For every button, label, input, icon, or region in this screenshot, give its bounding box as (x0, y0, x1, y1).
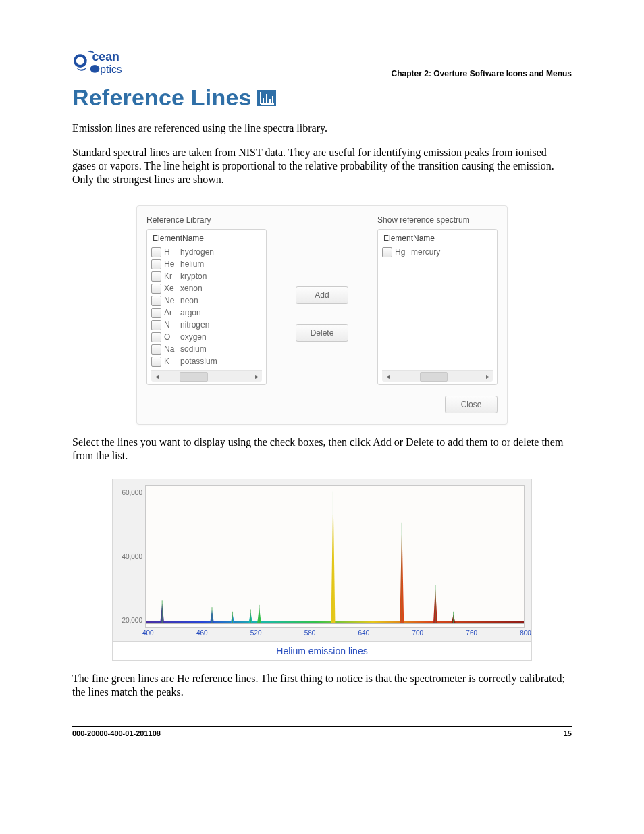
spectrum-listbox: Element Name Hgmercury ◂ ▸ (377, 229, 498, 385)
scroll-left-icon[interactable]: ◂ (382, 371, 393, 381)
element-symbol: Hg (395, 247, 411, 257)
list-item[interactable]: Kpotassium (151, 355, 262, 367)
element-name: potassium (180, 357, 262, 366)
checkbox[interactable] (151, 284, 161, 294)
chapter-label: Chapter 2: Overture Software Icons and M… (392, 69, 572, 78)
svg-text:ptics: ptics (100, 63, 122, 75)
svg-point-1 (90, 65, 100, 73)
plot-area (145, 485, 525, 628)
paragraph: The fine green lines are He reference li… (72, 672, 572, 699)
element-name: neon (180, 296, 262, 305)
list-item[interactable]: Nnitrogen (151, 319, 262, 331)
element-symbol: N (164, 320, 180, 330)
col-name: Name (413, 234, 493, 243)
checkbox[interactable] (151, 357, 161, 367)
y-tick: 20,000 (122, 617, 142, 624)
element-symbol: Xe (164, 284, 180, 293)
list-item[interactable]: Krkrypton (151, 270, 262, 282)
page-title: Reference Lines (72, 84, 252, 111)
element-symbol: Na (164, 344, 180, 354)
checkbox[interactable] (151, 259, 161, 269)
paragraph: Emission lines are referenced using the … (72, 122, 572, 135)
checkbox[interactable] (151, 271, 161, 282)
add-button[interactable]: Add (296, 286, 348, 304)
element-symbol: Kr (164, 271, 180, 281)
checkbox[interactable] (382, 247, 392, 257)
list-item[interactable]: Ooxygen (151, 331, 262, 343)
x-tick: 640 (358, 629, 370, 637)
checkbox[interactable] (151, 308, 161, 318)
col-name: Name (182, 234, 262, 243)
spectrum-title: Show reference spectrum (377, 215, 498, 225)
logo: cean ptics (72, 47, 152, 78)
element-symbol: Ar (164, 308, 180, 317)
divider (72, 726, 572, 727)
list-header: Element Name (382, 234, 493, 246)
x-tick: 520 (250, 629, 262, 637)
checkbox[interactable] (151, 332, 161, 342)
checkbox[interactable] (151, 296, 161, 306)
list-item[interactable]: Hhydrogen (151, 246, 262, 258)
list-item[interactable]: Arargon (151, 307, 262, 319)
list-item[interactable]: Xexenon (151, 282, 262, 294)
element-symbol: O (164, 332, 180, 342)
element-symbol: H (164, 247, 180, 257)
library-title: Reference Library (146, 215, 267, 225)
emission-chart: 60,00040,00020,000 400460520580640700760… (112, 479, 532, 661)
checkbox[interactable] (151, 320, 161, 330)
list-item[interactable]: Hgmercury (382, 246, 493, 258)
element-symbol: He (164, 259, 180, 269)
scrollbar[interactable]: ◂ ▸ (151, 370, 262, 382)
page-number: 15 (564, 729, 572, 737)
x-tick: 400 (142, 629, 154, 637)
list-item[interactable]: Nasodium (151, 343, 262, 355)
element-name: oxygen (180, 332, 262, 342)
element-name: xenon (180, 284, 262, 293)
element-name: nitrogen (180, 320, 262, 330)
y-axis: 60,00040,00020,000 (115, 485, 145, 628)
x-tick: 700 (412, 629, 423, 637)
col-element: Element (383, 234, 413, 243)
element-name: argon (180, 308, 262, 317)
checkbox[interactable] (151, 247, 161, 257)
element-symbol: Ne (164, 296, 180, 305)
doc-id: 000-20000-400-01-201108 (72, 729, 161, 737)
reference-lines-icon (257, 90, 276, 106)
x-axis: 400460520580640700760800 (142, 628, 531, 641)
element-symbol: K (164, 357, 180, 366)
chart-title: Helium emission lines (113, 641, 531, 660)
library-listbox: Element Name HhydrogenHeheliumKrkryptonX… (146, 229, 267, 385)
x-tick: 580 (304, 629, 316, 637)
scroll-left-icon[interactable]: ◂ (151, 371, 162, 381)
y-tick: 60,000 (122, 489, 142, 496)
delete-button[interactable]: Delete (296, 324, 348, 342)
svg-text:cean: cean (92, 50, 119, 63)
element-name: krypton (180, 271, 262, 281)
scroll-right-icon[interactable]: ▸ (482, 371, 493, 381)
x-tick: 760 (466, 629, 477, 637)
scrollbar[interactable]: ◂ ▸ (382, 370, 493, 382)
x-tick: 800 (520, 629, 531, 637)
scroll-thumb[interactable] (180, 372, 208, 382)
col-element: Element (153, 234, 182, 243)
close-button[interactable]: Close (445, 396, 498, 413)
element-name: mercury (411, 247, 493, 257)
checkbox[interactable] (151, 344, 161, 355)
paragraph: Select the lines you want to display usi… (72, 436, 572, 463)
x-tick: 460 (196, 629, 208, 637)
paragraph: Standard spectral lines are taken from N… (72, 146, 572, 186)
element-name: helium (180, 259, 262, 269)
element-name: sodium (180, 344, 262, 354)
divider (72, 80, 572, 80)
y-tick: 40,000 (122, 553, 142, 561)
list-item[interactable]: Hehelium (151, 258, 262, 270)
reference-library-dialog: Reference Library Element Name Hhydrogen… (136, 205, 508, 425)
scroll-right-icon[interactable]: ▸ (251, 371, 262, 381)
list-header: Element Name (151, 234, 262, 246)
element-name: hydrogen (180, 247, 262, 257)
list-item[interactable]: Neneon (151, 294, 262, 307)
scroll-thumb[interactable] (420, 372, 448, 382)
